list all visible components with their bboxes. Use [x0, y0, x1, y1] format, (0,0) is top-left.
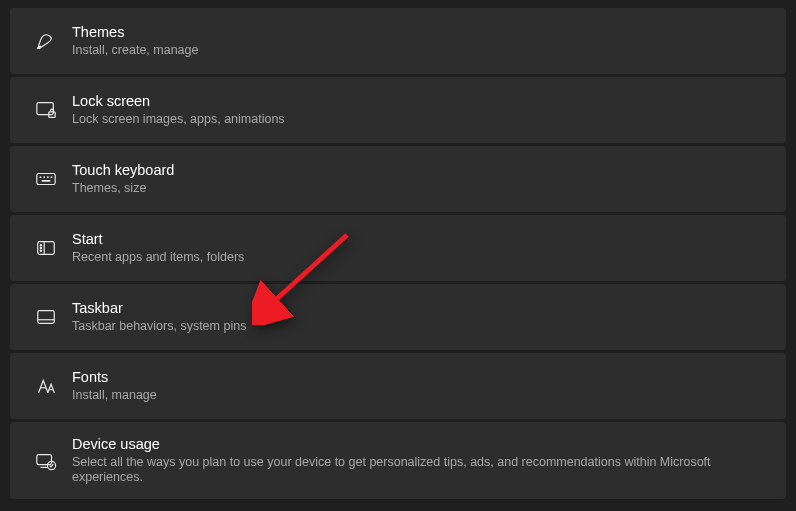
list-item-taskbar[interactable]: Taskbar Taskbar behaviors, system pins: [10, 284, 786, 350]
item-title: Start: [72, 231, 244, 248]
item-desc: Recent apps and items, folders: [72, 250, 244, 265]
settings-list: Themes Install, create, manage Lock scre…: [10, 8, 786, 499]
svg-rect-13: [38, 311, 55, 324]
item-desc: Install, create, manage: [72, 43, 198, 58]
item-title: Fonts: [72, 369, 157, 386]
item-desc: Lock screen images, apps, animations: [72, 112, 285, 127]
item-title: Touch keyboard: [72, 162, 174, 179]
item-desc: Taskbar behaviors, system pins: [72, 319, 246, 334]
svg-rect-0: [37, 103, 54, 115]
item-title: Taskbar: [72, 300, 246, 317]
item-text: Taskbar Taskbar behaviors, system pins: [72, 300, 246, 334]
list-item-device-usage[interactable]: Device usage Select all the ways you pla…: [10, 422, 786, 499]
start-menu-icon: [26, 237, 66, 259]
svg-point-12: [40, 250, 41, 251]
keyboard-icon: [26, 168, 66, 190]
item-title: Themes: [72, 24, 198, 41]
item-title: Device usage: [72, 436, 770, 453]
svg-rect-2: [37, 174, 55, 185]
svg-point-10: [40, 245, 41, 246]
pencil-brush-icon: [26, 30, 66, 52]
list-item-lock-screen[interactable]: Lock screen Lock screen images, apps, an…: [10, 77, 786, 143]
list-item-themes[interactable]: Themes Install, create, manage: [10, 8, 786, 74]
list-item-touch-keyboard[interactable]: Touch keyboard Themes, size: [10, 146, 786, 212]
list-item-fonts[interactable]: Fonts Install, manage: [10, 353, 786, 419]
item-text: Lock screen Lock screen images, apps, an…: [72, 93, 285, 127]
item-title: Lock screen: [72, 93, 285, 110]
svg-rect-17: [37, 454, 52, 464]
svg-point-11: [40, 247, 41, 248]
item-text: Fonts Install, manage: [72, 369, 157, 403]
item-text: Touch keyboard Themes, size: [72, 162, 174, 196]
list-item-start[interactable]: Start Recent apps and items, folders: [10, 215, 786, 281]
taskbar-icon: [26, 306, 66, 328]
item-desc: Install, manage: [72, 388, 157, 403]
item-desc: Themes, size: [72, 181, 174, 196]
fonts-icon: [26, 375, 66, 397]
device-usage-icon: [26, 450, 66, 472]
item-desc: Select all the ways you plan to use your…: [72, 455, 770, 485]
item-text: Themes Install, create, manage: [72, 24, 198, 58]
item-text: Device usage Select all the ways you pla…: [72, 436, 770, 485]
item-text: Start Recent apps and items, folders: [72, 231, 244, 265]
lock-screen-icon: [26, 99, 66, 121]
